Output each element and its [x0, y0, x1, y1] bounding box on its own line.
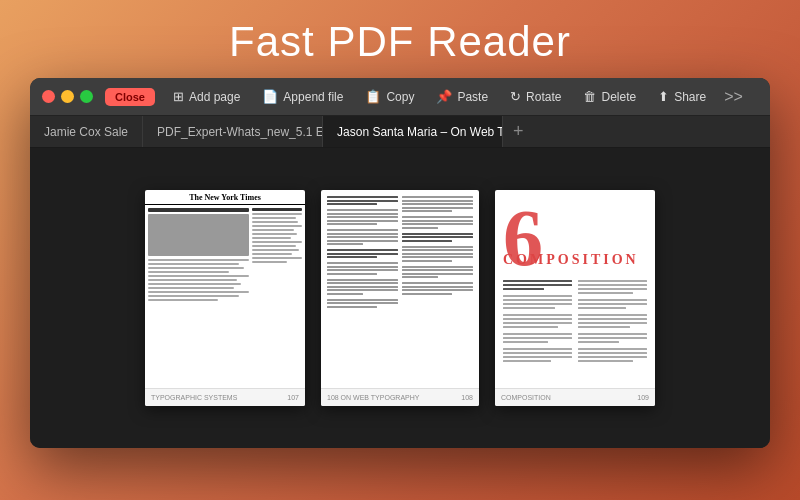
page-label-108: 108 ON WEB TYPOGRAPHY	[327, 394, 419, 401]
comp-body	[503, 280, 647, 386]
page-stripe-108: 108 ON WEB TYPOGRAPHY 108	[321, 388, 479, 406]
toolbar: ⊞ Add page 📄 Append file 📋 Copy 📌 Paste …	[163, 85, 758, 108]
tab-pdf-expert[interactable]: PDF_Expert-Whats_new_5.1 EN~ipad ✕	[143, 116, 323, 147]
typo-col-2	[402, 196, 473, 400]
delete-label: Delete	[601, 90, 636, 104]
add-page-icon: ⊞	[173, 89, 184, 104]
title-bar: Close ⊞ Add page 📄 Append file 📋 Copy 📌 …	[30, 78, 770, 116]
maximize-traffic-light[interactable]	[80, 90, 93, 103]
page-stripe-107: TYPOGRAPHIC SYSTEMS 107	[145, 388, 305, 406]
copy-button[interactable]: 📋 Copy	[355, 85, 424, 108]
traffic-lights	[42, 90, 93, 103]
append-file-label: Append file	[283, 90, 343, 104]
add-page-button[interactable]: ⊞ Add page	[163, 85, 250, 108]
share-icon: ⬆	[658, 89, 669, 104]
minimize-traffic-light[interactable]	[61, 90, 74, 103]
append-file-button[interactable]: 📄 Append file	[252, 85, 353, 108]
page-num-109: 109	[637, 394, 649, 401]
comp-col-2	[578, 280, 647, 364]
share-label: Share	[674, 90, 706, 104]
comp-title: COMPOSITION	[503, 252, 647, 268]
typo-col-1	[327, 196, 398, 400]
append-file-icon: 📄	[262, 89, 278, 104]
rotate-label: Rotate	[526, 90, 561, 104]
nyt-col-right	[252, 208, 302, 367]
comp-col-1	[503, 280, 572, 364]
tabs-bar: Jamie Cox Sale PDF_Expert-Whats_new_5.1 …	[30, 116, 770, 148]
close-button[interactable]: Close	[105, 88, 155, 106]
paste-label: Paste	[457, 90, 488, 104]
pdf-page-108: 108 ON WEB TYPOGRAPHY 108	[321, 190, 479, 406]
copy-label: Copy	[386, 90, 414, 104]
tab-label: Jason Santa Maria – On Web Typogra...	[337, 125, 503, 139]
paste-button[interactable]: 📌 Paste	[426, 85, 498, 108]
close-traffic-light[interactable]	[42, 90, 55, 103]
delete-button[interactable]: 🗑 Delete	[573, 85, 646, 108]
tab-jamie-cox[interactable]: Jamie Cox Sale	[30, 116, 143, 147]
content-area: The New York Times	[30, 148, 770, 448]
copy-icon: 📋	[365, 89, 381, 104]
app-title: Fast PDF Reader	[0, 0, 800, 78]
tab-label: PDF_Expert-Whats_new_5.1 EN~ipad	[157, 125, 323, 139]
tab-label: Jamie Cox Sale	[44, 125, 128, 139]
nyt-body	[145, 205, 305, 370]
paste-icon: 📌	[436, 89, 452, 104]
page-num-108: 108	[461, 394, 473, 401]
tab-jason-santa-maria[interactable]: Jason Santa Maria – On Web Typogra... ✕	[323, 116, 503, 147]
add-page-label: Add page	[189, 90, 240, 104]
pdf-page-107: The New York Times	[145, 190, 305, 406]
typo-content	[321, 190, 479, 406]
nyt-col-wide	[148, 208, 249, 367]
nyt-header: The New York Times	[145, 190, 305, 205]
page-label-109: COMPOSITION	[501, 394, 551, 401]
rotate-icon: ↻	[510, 89, 521, 104]
page-stripe-109: COMPOSITION 109	[495, 388, 655, 406]
rotate-button[interactable]: ↻ Rotate	[500, 85, 571, 108]
page-label-107: TYPOGRAPHIC SYSTEMS	[151, 394, 237, 401]
add-tab-button[interactable]: +	[503, 116, 534, 147]
more-button[interactable]: >>	[718, 88, 749, 106]
page-num-107: 107	[287, 394, 299, 401]
app-window: Close ⊞ Add page 📄 Append file 📋 Copy 📌 …	[30, 78, 770, 448]
delete-icon: 🗑	[583, 89, 596, 104]
pdf-page-109: 6 COMPOSITION	[495, 190, 655, 406]
share-button[interactable]: ⬆ Share	[648, 85, 716, 108]
